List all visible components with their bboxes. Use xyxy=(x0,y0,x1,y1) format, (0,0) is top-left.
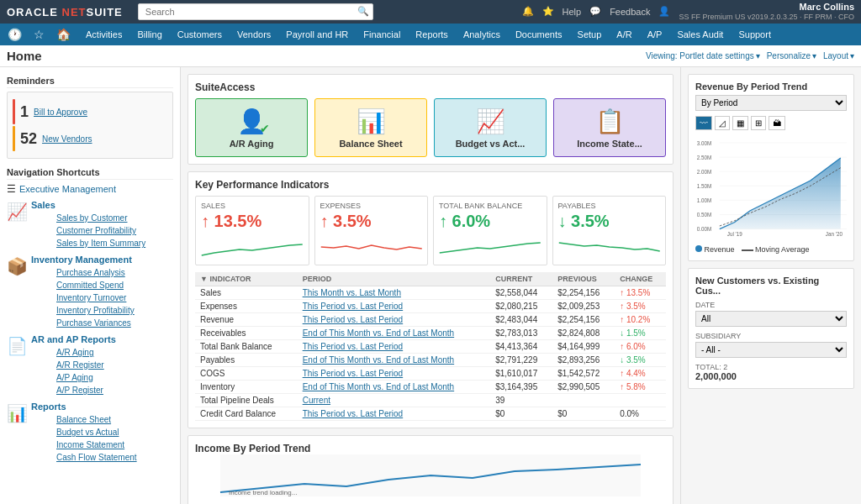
sidebar-link-sales-by-customer[interactable]: Sales by Customer xyxy=(56,212,145,224)
chart-btn-line[interactable]: 〰 xyxy=(695,116,712,130)
sa-card-ar-aging[interactable]: 👤 ✔ A/R Aging xyxy=(195,98,308,157)
sidebar-link-ar-aging[interactable]: A/R Aging xyxy=(56,346,116,359)
chat-icon[interactable]: 💬 xyxy=(589,6,601,17)
sidebar-link-income-statement[interactable]: Income Statement xyxy=(56,438,137,451)
clock-nav-icon[interactable]: 🕐 xyxy=(4,26,25,43)
td-period[interactable]: End of This Month vs. End of Last Month xyxy=(298,381,490,394)
th-change: CHANGE xyxy=(615,272,666,286)
subsidiary-filter-select[interactable]: - All - xyxy=(695,342,847,358)
star-nav-icon[interactable]: ☆ xyxy=(30,26,48,43)
chart-btn-table[interactable]: ⊞ xyxy=(751,116,766,130)
help-link[interactable]: Help xyxy=(563,7,582,17)
reminder-label-2[interactable]: New Vendors xyxy=(42,134,92,144)
table-row: Sales This Month vs. Last Month $2,558,0… xyxy=(195,286,666,300)
sa-card-income[interactable]: 📋 Income State... xyxy=(553,98,666,157)
svg-text:Income trend loading...: Income trend loading... xyxy=(229,489,297,496)
nav-ar[interactable]: A/R xyxy=(610,26,638,43)
td-period[interactable]: End of This Month vs. End of Last Month xyxy=(298,327,490,340)
kpi-card-payables: PAYABLES ↓ 3.5% xyxy=(552,196,667,265)
nav-bar: 🕐 ☆ 🏠 Activities Billing Customers Vendo… xyxy=(0,24,861,45)
nav-analytics[interactable]: Analytics xyxy=(457,26,507,43)
sidebar-link-customer-profitability[interactable]: Customer Profitability xyxy=(56,224,145,237)
user-name: Marc Collins xyxy=(679,2,854,13)
header-actions: Viewing: Portlet date settings ▾ Persona… xyxy=(646,51,854,60)
suiteaccess-title: SuiteAccess xyxy=(195,81,666,93)
ar-ap-links-group: AR and AP Reports A/R Aging A/R Register… xyxy=(31,334,116,396)
sidebar: Reminders 1 Bill to Approve 52 New Vendo… xyxy=(0,67,181,504)
chart-btn-area2[interactable]: 🏔 xyxy=(769,116,785,130)
chart-btn-area[interactable]: ◿ xyxy=(715,116,730,130)
reports-group-title[interactable]: Reports xyxy=(31,402,137,412)
nav-shortcuts-section: Navigation Shortcuts ☰ Executive Managem… xyxy=(7,165,173,464)
sidebar-link-purchase-analysis[interactable]: Purchase Analysis xyxy=(56,266,135,279)
reminder-label-1[interactable]: Bill to Approve xyxy=(34,108,87,117)
sidebar-link-sales-by-item[interactable]: Sales by Item Summary xyxy=(56,237,145,249)
right-panel: Revenue By Period Trend By Period By Mon… xyxy=(680,67,861,504)
exec-management-link[interactable]: Executive Management xyxy=(19,184,116,194)
inventory-group-title[interactable]: Inventory Management xyxy=(31,255,135,265)
sidebar-link-ap-aging[interactable]: A/P Aging xyxy=(56,371,116,384)
viewing-portlet-action[interactable]: Viewing: Portlet date settings ▾ xyxy=(646,51,760,60)
td-change xyxy=(615,394,666,407)
legend-revenue: Revenue xyxy=(695,245,735,254)
date-filter-select[interactable]: All This Month This Quarter xyxy=(695,311,847,327)
nav-reports[interactable]: Reports xyxy=(409,26,455,43)
sidebar-link-inventory-profitability[interactable]: Inventory Profitability xyxy=(56,304,135,317)
nav-ap[interactable]: A/P xyxy=(641,26,669,43)
search-input[interactable] xyxy=(138,3,373,20)
td-period[interactable]: This Period vs. Last Period xyxy=(298,340,490,354)
td-period[interactable]: This Month vs. Last Month xyxy=(298,286,490,300)
reminder-item-2: 52 New Vendors xyxy=(13,126,167,151)
sales-group-title[interactable]: Sales xyxy=(31,200,145,210)
sa-card-budget[interactable]: 📈 Budget vs Act... xyxy=(434,98,547,157)
nav-customers[interactable]: Customers xyxy=(171,26,229,43)
sa-card-balance-sheet[interactable]: 📊 Balance Sheet xyxy=(314,98,427,157)
chart-btn-bar[interactable]: ▦ xyxy=(732,116,748,130)
td-period[interactable]: Current xyxy=(298,394,490,407)
nav-financial[interactable]: Financial xyxy=(357,26,407,43)
ar-aging-icon: 👤 ✔ xyxy=(237,108,267,135)
notifications-icon[interactable]: 🔔 xyxy=(522,6,534,17)
nav-activities[interactable]: Activities xyxy=(79,26,129,43)
td-change: ↑ 13.5% xyxy=(615,286,666,300)
td-period[interactable]: This Period vs. Last Period xyxy=(298,367,490,381)
nav-vendors[interactable]: Vendors xyxy=(230,26,277,43)
td-change: ↓ 1.5% xyxy=(615,327,666,340)
sidebar-link-inventory-turnover[interactable]: Inventory Turnover xyxy=(56,291,135,304)
star-icon[interactable]: ⭐ xyxy=(542,6,554,17)
sidebar-link-committed-spend[interactable]: Committed Spend xyxy=(56,279,135,291)
user-icon[interactable]: 👤 xyxy=(658,6,670,17)
td-period[interactable]: This Period vs. Last Period xyxy=(298,407,490,421)
ar-ap-group-title[interactable]: AR and AP Reports xyxy=(31,334,116,344)
revenue-section: Revenue By Period Trend By Period By Mon… xyxy=(688,74,854,261)
td-period[interactable]: This Period vs. Last Period xyxy=(298,313,490,327)
nav-billing[interactable]: Billing xyxy=(130,26,168,43)
nav-support[interactable]: Support xyxy=(732,26,778,43)
nav-documents[interactable]: Documents xyxy=(509,26,569,43)
sidebar-link-ar-register[interactable]: A/R Register xyxy=(56,359,116,371)
feedback-link[interactable]: Feedback xyxy=(610,7,650,17)
sidebar-link-purchase-variances[interactable]: Purchase Variances xyxy=(56,317,135,329)
sidebar-link-balance-sheet[interactable]: Balance Sheet xyxy=(56,413,137,426)
nav-payroll[interactable]: Payroll and HR xyxy=(279,26,355,43)
income-chart: Income trend loading... xyxy=(195,454,666,496)
td-indicator: Sales xyxy=(195,286,298,300)
home-nav-icon[interactable]: 🏠 xyxy=(53,26,74,43)
sidebar-link-cash-flow[interactable]: Cash Flow Statement xyxy=(56,451,137,464)
personalize-dropdown-icon: ▾ xyxy=(812,51,816,60)
layout-action[interactable]: Layout ▾ xyxy=(823,51,854,60)
td-previous: $4,164,999 xyxy=(552,340,615,354)
personalize-action[interactable]: Personalize ▾ xyxy=(767,51,816,60)
personalize-label: Personalize xyxy=(767,51,811,60)
td-period[interactable]: End of This Month vs. End of Last Month xyxy=(298,354,490,367)
home-header: Home Viewing: Portlet date settings ▾ Pe… xyxy=(0,45,861,67)
revenue-period-select[interactable]: By Period By Month By Quarter xyxy=(695,95,847,111)
reminder-bar-2 xyxy=(13,126,15,151)
nav-sales-audit[interactable]: Sales Audit xyxy=(670,26,730,43)
td-current: 39 xyxy=(490,394,552,407)
sidebar-link-budget-vs-actual[interactable]: Budget vs Actual xyxy=(56,426,137,438)
inventory-shortcut-group: 📦 Inventory Management Purchase Analysis… xyxy=(7,255,173,329)
td-period[interactable]: This Period vs. Last Period xyxy=(298,300,490,313)
nav-setup[interactable]: Setup xyxy=(571,26,609,43)
sidebar-link-ap-register[interactable]: A/P Register xyxy=(56,384,116,396)
